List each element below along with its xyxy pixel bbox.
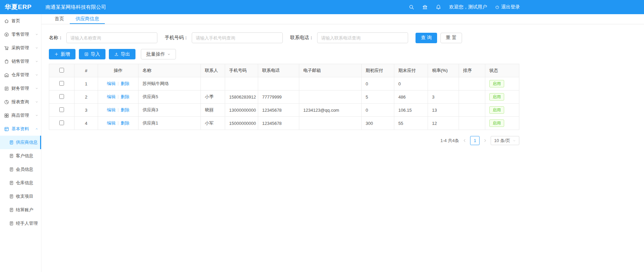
search-icon[interactable] xyxy=(409,4,414,10)
tab-item[interactable]: 首页 xyxy=(49,14,70,24)
delete-link[interactable]: 删除 xyxy=(121,120,129,126)
status-badge: 启用 xyxy=(489,119,504,127)
add-button[interactable]: 新增 xyxy=(49,49,75,59)
cell-name: 供应商3 xyxy=(139,104,201,117)
sidebar-item[interactable]: 商品管理 xyxy=(0,109,41,122)
sidebar-subitem[interactable]: 经手人管理 xyxy=(0,217,41,230)
main-layout: 首页零售管理采购管理销售管理仓库管理财务管理报表查询商品管理基本资料供应商信息客… xyxy=(0,14,644,272)
purchase-icon xyxy=(4,46,9,51)
cell-begin-payable: 300 xyxy=(362,117,394,130)
cell-tel: 12345678 xyxy=(258,117,299,130)
top-header: 华夏ERP 南通某某网络科技有限公司 欢迎您，测试用户 退出登录 xyxy=(0,0,644,14)
page-size-select[interactable]: 10 条/页 xyxy=(491,136,519,145)
row-actions: 编辑删除 xyxy=(98,90,139,104)
cell-status: 启用 xyxy=(485,117,519,130)
tel-search-input[interactable] xyxy=(317,32,408,43)
cell-email xyxy=(299,90,362,104)
mobile-search-input[interactable] xyxy=(192,32,283,43)
edit-link[interactable]: 编辑 xyxy=(107,120,116,126)
sidebar-item-label: 采购管理 xyxy=(11,45,29,51)
row-checkbox[interactable] xyxy=(59,81,64,86)
doc-icon xyxy=(9,221,14,226)
batch-actions-button[interactable]: 批量操作 xyxy=(141,49,176,59)
export-button[interactable]: 导出 xyxy=(109,49,135,59)
sidebar-subitem[interactable]: 结算账户 xyxy=(0,203,41,217)
add-button-label: 新增 xyxy=(61,51,70,57)
edit-link[interactable]: 编辑 xyxy=(107,94,116,99)
edit-link[interactable]: 编辑 xyxy=(107,107,116,112)
row-checkbox-cell xyxy=(49,104,74,117)
cell-tax-rate: 3 xyxy=(428,90,459,104)
name-search-group: 名称： xyxy=(49,32,157,43)
delete-link[interactable]: 删除 xyxy=(121,107,129,112)
select-all-checkbox[interactable] xyxy=(59,68,64,73)
sidebar-item-label: 报表查询 xyxy=(11,99,29,105)
row-checkbox[interactable] xyxy=(59,120,64,125)
tab-item[interactable]: 供应商信息 xyxy=(70,14,105,24)
current-page[interactable]: 1 xyxy=(470,136,480,145)
sidebar-item[interactable]: 首页 xyxy=(0,14,41,28)
import-button[interactable]: 导入 xyxy=(79,49,105,59)
cell-contact: 晓丽 xyxy=(201,104,225,117)
sidebar-subitem[interactable]: 供应商信息 xyxy=(0,136,41,149)
cell-email: 1234123@qq.com xyxy=(299,104,362,117)
query-button[interactable]: 查 询 xyxy=(416,33,437,43)
sidebar-item[interactable]: 基本资料 xyxy=(0,122,41,136)
cell-sort xyxy=(459,104,485,117)
report-icon xyxy=(4,100,9,105)
edit-link[interactable]: 编辑 xyxy=(107,81,116,86)
cell-name: 苏州蜗牛网络 xyxy=(139,77,201,90)
cell-mobile: 15000000000 xyxy=(225,117,258,130)
link-divider xyxy=(118,121,118,125)
status-badge: 启用 xyxy=(489,106,504,114)
sidebar-subitem[interactable]: 客户信息 xyxy=(0,149,41,163)
sidebar-subitem[interactable]: 仓库信息 xyxy=(0,176,41,190)
finance-icon xyxy=(4,86,9,91)
cell-sort xyxy=(459,90,485,104)
next-page-icon[interactable] xyxy=(483,138,487,143)
chevron-up-icon xyxy=(35,127,38,131)
sidebar-subitem-label: 收支项目 xyxy=(16,193,33,199)
cell-end-payable: 0 xyxy=(394,77,428,90)
platform-icon[interactable] xyxy=(422,4,428,10)
column-header: 手机号码 xyxy=(225,64,258,77)
row-checkbox[interactable] xyxy=(59,107,64,112)
name-search-input[interactable] xyxy=(66,32,157,43)
column-header: 联系电话 xyxy=(258,64,299,77)
row-index: 1 xyxy=(74,77,98,90)
sidebar-item[interactable]: 报表查询 xyxy=(0,95,41,109)
cell-name: 供应商5 xyxy=(139,90,201,104)
chevron-down-icon xyxy=(35,87,38,90)
row-checkbox[interactable] xyxy=(59,94,64,99)
reset-button[interactable]: 重 置 xyxy=(440,33,462,43)
sidebar-item[interactable]: 零售管理 xyxy=(0,28,41,41)
table-row: 2 编辑删除 供应商5 小季 15806283912 77779999 5 48… xyxy=(49,90,519,104)
cell-end-payable: 106.15 xyxy=(394,104,428,117)
sidebar-item[interactable]: 销售管理 xyxy=(0,55,41,68)
sidebar-item[interactable]: 仓库管理 xyxy=(0,68,41,82)
cell-begin-payable: 5 xyxy=(362,90,394,104)
topbar-actions: 欢迎您，测试用户 退出登录 xyxy=(409,0,520,14)
supplier-table: #操作名称联系人手机号码联系电话电子邮箱期初应付期末应付税率(%)排序状态 1 … xyxy=(49,64,519,130)
logout-button[interactable]: 退出登录 xyxy=(495,4,520,10)
import-button-label: 导入 xyxy=(91,51,100,57)
warehouse-icon xyxy=(4,73,9,78)
prev-page-icon[interactable] xyxy=(462,138,467,143)
cell-email xyxy=(299,117,362,130)
delete-link[interactable]: 删除 xyxy=(121,94,129,99)
status-badge: 启用 xyxy=(489,93,504,101)
table-row: 3 编辑删除 供应商3 晓丽 13000000000 12345678 1234… xyxy=(49,104,519,117)
doc-icon xyxy=(9,167,14,172)
mobile-label: 手机号码： xyxy=(165,35,188,41)
chevron-down-icon xyxy=(35,73,38,77)
sidebar-subitem[interactable]: 收支项目 xyxy=(0,190,41,203)
name-label: 名称： xyxy=(49,35,63,41)
sidebar-item[interactable]: 采购管理 xyxy=(0,41,41,55)
sidebar-subitem[interactable]: 会员信息 xyxy=(0,163,41,176)
column-header: 期初应付 xyxy=(362,64,394,77)
sidebar-item[interactable]: 财务管理 xyxy=(0,82,41,95)
pagination-total: 1-4 共4条 xyxy=(440,138,459,144)
table-header-row: #操作名称联系人手机号码联系电话电子邮箱期初应付期末应付税率(%)排序状态 xyxy=(49,64,519,77)
notification-bell-icon[interactable] xyxy=(436,4,441,10)
delete-link[interactable]: 删除 xyxy=(121,81,129,86)
